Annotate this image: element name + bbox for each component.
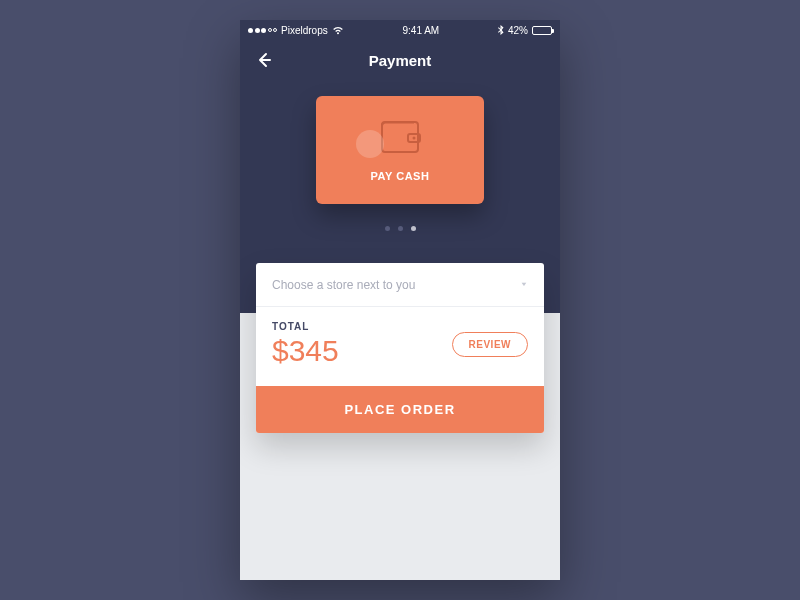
- status-right: 42%: [498, 25, 552, 36]
- total-label: TOTAL: [272, 321, 339, 332]
- pay-cash-label: PAY CASH: [371, 170, 430, 182]
- pager-dot[interactable]: [398, 226, 403, 231]
- page-title: Payment: [240, 52, 560, 69]
- chevron-down-icon: ▼: [520, 281, 528, 287]
- pay-cash-card[interactable]: PAY CASH: [316, 96, 484, 204]
- svg-point-2: [413, 137, 416, 140]
- touch-ripple: [356, 130, 384, 158]
- back-button[interactable]: [254, 50, 274, 70]
- pager-dot[interactable]: [385, 226, 390, 231]
- payment-card-carousel[interactable]: PAY CASH: [240, 96, 560, 204]
- clock: 9:41 AM: [402, 25, 439, 36]
- wallet-icon: [378, 118, 422, 160]
- store-select[interactable]: Choose a store next to you ▼: [256, 263, 544, 307]
- svg-rect-0: [382, 122, 418, 152]
- battery-icon: [532, 26, 552, 35]
- battery-percent: 42%: [508, 25, 528, 36]
- store-select-placeholder: Choose a store next to you: [272, 278, 415, 292]
- total-amount: $345: [272, 334, 339, 368]
- carousel-pager: [240, 226, 560, 231]
- bluetooth-icon: [498, 25, 504, 35]
- arrow-left-icon: [254, 50, 274, 70]
- carrier-label: Pixeldrops: [281, 25, 328, 36]
- order-sheet: Choose a store next to you ▼ TOTAL $345 …: [256, 263, 544, 433]
- status-bar: Pixeldrops 9:41 AM 42%: [240, 20, 560, 40]
- wifi-icon: [332, 26, 344, 35]
- signal-dots-icon: [248, 28, 277, 33]
- review-button[interactable]: REVIEW: [452, 332, 528, 357]
- place-order-button[interactable]: PLACE ORDER: [256, 386, 544, 433]
- total-block: TOTAL $345: [272, 321, 339, 368]
- phone-frame: Pixeldrops 9:41 AM 42% Payment: [240, 20, 560, 580]
- total-row: TOTAL $345 REVIEW: [256, 307, 544, 386]
- status-left: Pixeldrops: [248, 25, 344, 36]
- nav-bar: Payment: [240, 40, 560, 80]
- pager-dot-active[interactable]: [411, 226, 416, 231]
